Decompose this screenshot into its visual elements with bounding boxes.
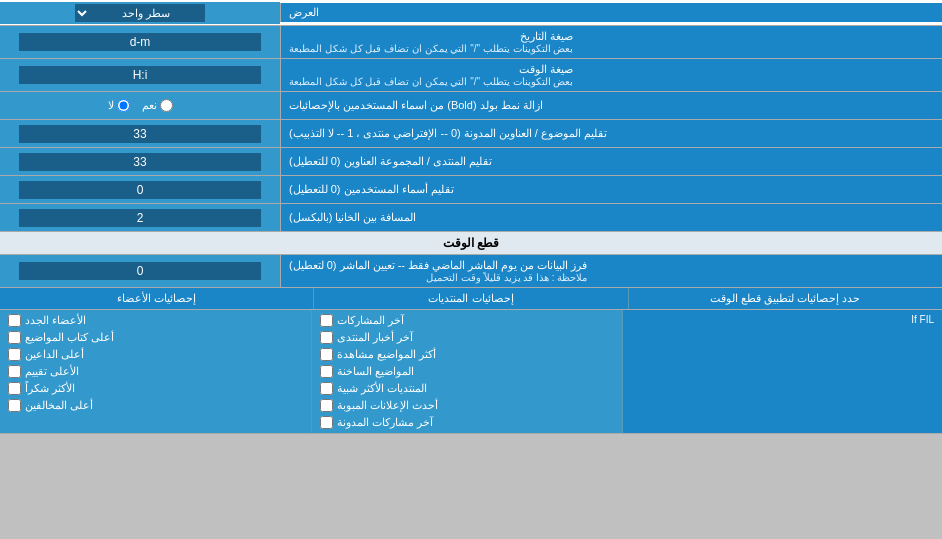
cb-most-similar: المنتديات الأكثر شبية	[316, 380, 619, 397]
col2-checkboxes: آخر المشاركات آخر أخبار المنتدى أكثر الم…	[311, 310, 623, 433]
checkbox-section: حدد إحصائيات لتطبيق قطع الوقت إحصائيات ا…	[0, 288, 942, 434]
date-format-input[interactable]	[19, 33, 260, 51]
date-format-label: صيغة التاريخ بعض التكوينات يتطلب "/" الت…	[280, 26, 942, 58]
topic-trim-input[interactable]	[19, 125, 260, 143]
col2-header: إحصائيات المنتديات	[313, 288, 627, 309]
time-format-input-cell	[0, 59, 280, 91]
forum-trim-label: تقليم المنتدى / المجموعة العناوين (0 للت…	[280, 148, 942, 175]
time-format-label: صيغة الوقت بعض التكوينات يتطلب "/" التي …	[280, 59, 942, 91]
topic-trim-input-cell	[0, 120, 280, 147]
cutoff-section-header: قطع الوقت	[0, 232, 942, 255]
date-format-input-cell	[0, 26, 280, 58]
cb-last-posts-input[interactable]	[320, 314, 333, 327]
cb-most-thanked-input[interactable]	[8, 382, 21, 395]
radio-yes-label[interactable]: نعم	[142, 99, 173, 112]
cb-blog-posts-input[interactable]	[320, 416, 333, 429]
radio-no[interactable]	[117, 99, 130, 112]
forum-trim-input-cell	[0, 148, 280, 175]
spacing-row: المسافة بين الخانيا (بالبكسل)	[0, 204, 942, 232]
cb-top-inviters: أعلى الداعين	[4, 346, 307, 363]
cb-hot-topics: المواضيع الساخنة	[316, 363, 619, 380]
display-label: العرض	[280, 3, 942, 22]
users-trim-row: تقليم أسماء المستخدمين (0 للتعطيل)	[0, 176, 942, 204]
spacing-input-cell	[0, 204, 280, 231]
cb-hot-topics-input[interactable]	[320, 365, 333, 378]
cutoff-label: فرز البيانات من يوم الماشر الماضي فقط --…	[280, 255, 942, 287]
cb-top-inviters-input[interactable]	[8, 348, 21, 361]
cb-most-thanked: الأكثر شكراً	[4, 380, 307, 397]
cb-forum-news: آخر أخبار المنتدى	[316, 329, 619, 346]
cb-top-violators: أعلى المخالفين	[4, 397, 307, 414]
cb-top-rated-input[interactable]	[8, 365, 21, 378]
time-format-input[interactable]	[19, 66, 260, 84]
radio-no-label[interactable]: لا	[108, 99, 130, 112]
apply-cutoff-label: حدد إحصائيات لتطبيق قطع الوقت	[628, 288, 942, 309]
bold-remove-row: ازالة نمط بولد (Bold) من اسماء المستخدمي…	[0, 92, 942, 120]
cb-classifieds-input[interactable]	[320, 399, 333, 412]
cb-new-members: الأعضاء الجدد	[4, 312, 307, 329]
forum-trim-input[interactable]	[19, 153, 260, 171]
topic-trim-row: تقليم الموضوع / العناوين المدونة (0 -- ا…	[0, 120, 942, 148]
cb-top-rated: الأعلى تقييم	[4, 363, 307, 380]
cutoff-input-cell	[0, 255, 280, 287]
left-empty-col: If FIL	[622, 310, 942, 433]
cb-top-posters: أعلى كتاب المواضيع	[4, 329, 307, 346]
cb-most-viewed-input[interactable]	[320, 348, 333, 361]
cb-blog-posts: آخر مشاركات المدونة	[316, 414, 619, 431]
users-trim-label: تقليم أسماء المستخدمين (0 للتعطيل)	[280, 176, 942, 203]
radio-yes[interactable]	[160, 99, 173, 112]
cb-forum-news-input[interactable]	[320, 331, 333, 344]
bold-remove-radio-cell: نعم لا	[0, 92, 280, 119]
cb-top-violators-input[interactable]	[8, 399, 21, 412]
users-trim-input-cell	[0, 176, 280, 203]
spacing-label: المسافة بين الخانيا (بالبكسل)	[280, 204, 942, 231]
checkbox-headers: حدد إحصائيات لتطبيق قطع الوقت إحصائيات ا…	[0, 288, 942, 310]
display-select[interactable]: سطر واحد سطرين ثلاثة أسطر	[75, 4, 205, 22]
col1-header: إحصائيات الأعضاء	[0, 288, 313, 309]
users-trim-input[interactable]	[19, 181, 260, 199]
cb-new-members-input[interactable]	[8, 314, 21, 327]
date-format-row: صيغة التاريخ بعض التكوينات يتطلب "/" الت…	[0, 26, 942, 59]
display-row: العرض سطر واحد سطرين ثلاثة أسطر	[0, 0, 942, 26]
cb-last-posts: آخر المشاركات	[316, 312, 619, 329]
cb-most-viewed: أكثر المواضيع مشاهدة	[316, 346, 619, 363]
checkbox-items-container: If FIL آخر المشاركات آخر أخبار المنتدى أ…	[0, 310, 942, 433]
time-format-row: صيغة الوقت بعض التكوينات يتطلب "/" التي …	[0, 59, 942, 92]
cb-most-similar-input[interactable]	[320, 382, 333, 395]
display-select-cell: سطر واحد سطرين ثلاثة أسطر	[0, 2, 280, 24]
cb-top-posters-input[interactable]	[8, 331, 21, 344]
cutoff-row: فرز البيانات من يوم الماشر الماضي فقط --…	[0, 255, 942, 288]
cutoff-input[interactable]	[19, 262, 260, 280]
col1-checkboxes: الأعضاء الجدد أعلى كتاب المواضيع أعلى ال…	[0, 310, 311, 433]
forum-trim-row: تقليم المنتدى / المجموعة العناوين (0 للت…	[0, 148, 942, 176]
topic-trim-label: تقليم الموضوع / العناوين المدونة (0 -- ا…	[280, 120, 942, 147]
bold-remove-label: ازالة نمط بولد (Bold) من اسماء المستخدمي…	[280, 92, 942, 119]
cb-classifieds: أحدث الإعلانات المبوبة	[316, 397, 619, 414]
spacing-input[interactable]	[19, 209, 260, 227]
